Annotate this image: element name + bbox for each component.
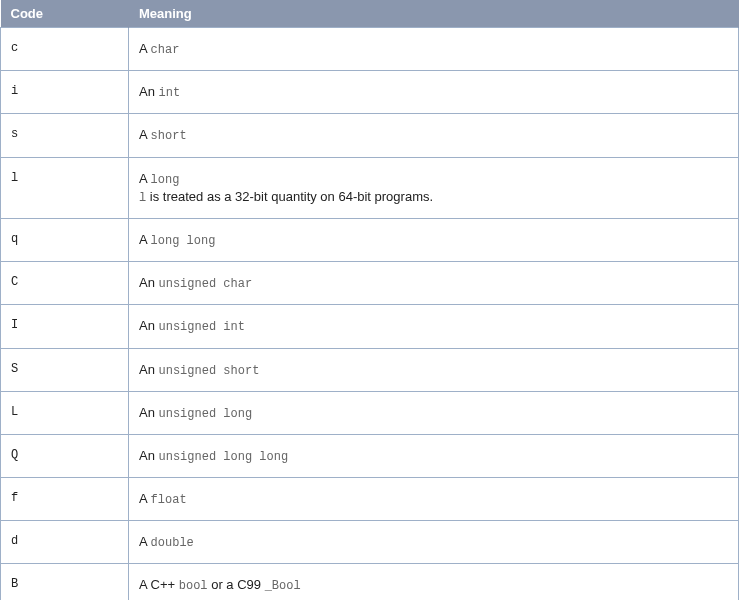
meaning-cell: An int <box>129 71 739 114</box>
meaning-type: float <box>151 493 187 507</box>
meaning-type: short <box>151 129 187 143</box>
meaning-cell: A float <box>129 478 739 521</box>
meaning-prefix: A <box>139 232 151 247</box>
code-cell: d <box>1 521 129 564</box>
meaning-cell: A longl is treated as a 32-bit quantity … <box>129 157 739 218</box>
code-cell: i <box>1 71 129 114</box>
meaning-line: An unsigned char <box>139 274 728 292</box>
table-row: iAn int <box>1 71 739 114</box>
meaning-type: unsigned long <box>159 407 253 421</box>
meaning-line: A float <box>139 490 728 508</box>
meaning-type: int <box>159 86 181 100</box>
code-cell: q <box>1 218 129 261</box>
meaning-line: An unsigned int <box>139 317 728 335</box>
meaning-line: An unsigned long <box>139 404 728 422</box>
meaning-prefix: A <box>139 491 151 506</box>
meaning-extra-line: l is treated as a 32-bit quantity on 64-… <box>139 188 728 206</box>
meaning-cell: An unsigned char <box>129 262 739 305</box>
meaning-type: double <box>151 536 194 550</box>
meaning-prefix: A <box>139 171 151 186</box>
meaning-cell: An unsigned int <box>129 305 739 348</box>
code-cell: Q <box>1 434 129 477</box>
meaning-cell: A char <box>129 28 739 71</box>
meaning-line: A C++ bool or a C99 _Bool <box>139 576 728 594</box>
code-cell: B <box>1 564 129 600</box>
table-row: fA float <box>1 478 739 521</box>
code-cell: S <box>1 348 129 391</box>
table-row: qA long long <box>1 218 739 261</box>
meaning-prefix: An <box>139 405 159 420</box>
meaning-line: An unsigned long long <box>139 447 728 465</box>
meaning-type: unsigned int <box>159 320 245 334</box>
table-row: lA longl is treated as a 32-bit quantity… <box>1 157 739 218</box>
meaning-line: An unsigned short <box>139 361 728 379</box>
meaning-cell: An unsigned long <box>129 391 739 434</box>
code-cell: I <box>1 305 129 348</box>
meaning-cell: An unsigned long long <box>129 434 739 477</box>
type-encoding-table: Code Meaning cA chariAn intsA shortlA lo… <box>0 0 739 600</box>
meaning-line: A long <box>139 170 728 188</box>
table-row: SAn unsigned short <box>1 348 739 391</box>
table-row: dA double <box>1 521 739 564</box>
meaning-prefix: A <box>139 534 151 549</box>
meaning-line: A double <box>139 533 728 551</box>
code-cell: L <box>1 391 129 434</box>
meaning-prefix: An <box>139 275 159 290</box>
meaning-prefix: A C++ <box>139 577 179 592</box>
meaning-line: A short <box>139 126 728 144</box>
meaning-line: A char <box>139 40 728 58</box>
table-row: CAn unsigned char <box>1 262 739 305</box>
meaning-prefix: A <box>139 41 151 56</box>
table-row: sA short <box>1 114 739 157</box>
code-cell: f <box>1 478 129 521</box>
meaning-type: long long <box>151 234 216 248</box>
code-cell: s <box>1 114 129 157</box>
meaning-cell: An unsigned short <box>129 348 739 391</box>
table-row: IAn unsigned int <box>1 305 739 348</box>
table-header-row: Code Meaning <box>1 0 739 28</box>
meaning-type: unsigned long long <box>159 450 289 464</box>
meaning-type: unsigned char <box>159 277 253 291</box>
meaning-prefix: An <box>139 362 159 377</box>
code-cell: c <box>1 28 129 71</box>
code-cell: l <box>1 157 129 218</box>
meaning-extra-text: is treated as a 32-bit quantity on 64-bi… <box>146 189 433 204</box>
header-meaning: Meaning <box>129 0 739 28</box>
table-row: QAn unsigned long long <box>1 434 739 477</box>
table-row: cA char <box>1 28 739 71</box>
meaning-cell: A C++ bool or a C99 _Bool <box>129 564 739 600</box>
table-row: BA C++ bool or a C99 _Bool <box>1 564 739 600</box>
meaning-line: An int <box>139 83 728 101</box>
meaning-cell: A long long <box>129 218 739 261</box>
meaning-mid: or a C99 <box>208 577 265 592</box>
meaning-type: long <box>151 173 180 187</box>
meaning-type: unsigned short <box>159 364 260 378</box>
code-cell: C <box>1 262 129 305</box>
meaning-line: A long long <box>139 231 728 249</box>
meaning-type: bool <box>179 579 208 593</box>
meaning-prefix: A <box>139 127 151 142</box>
meaning-prefix: An <box>139 318 159 333</box>
meaning-prefix: An <box>139 84 159 99</box>
meaning-prefix: An <box>139 448 159 463</box>
meaning-type: char <box>151 43 180 57</box>
table-row: LAn unsigned long <box>1 391 739 434</box>
meaning-type-2: _Bool <box>265 579 301 593</box>
meaning-cell: A double <box>129 521 739 564</box>
meaning-cell: A short <box>129 114 739 157</box>
header-code: Code <box>1 0 129 28</box>
